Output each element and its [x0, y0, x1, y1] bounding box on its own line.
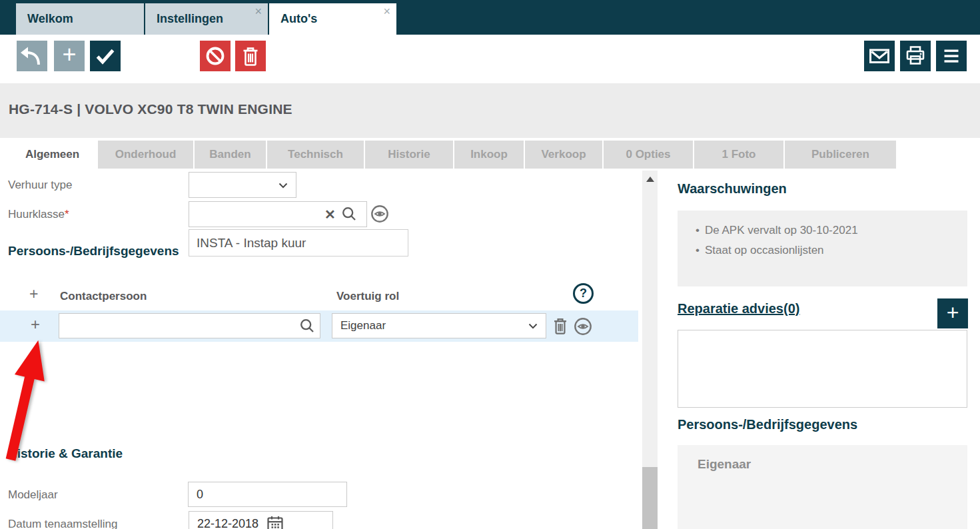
waarschuwingen-title: Waarschuwingen: [678, 181, 787, 197]
search-icon[interactable]: [299, 318, 315, 334]
confirm-button[interactable]: [90, 41, 121, 71]
warning-text: Staat op occasionlijsten: [705, 244, 824, 257]
tab-banden[interactable]: Banden: [195, 141, 266, 169]
close-icon[interactable]: ×: [254, 5, 262, 17]
hamburger-menu-icon: [939, 44, 963, 68]
trash-icon: [552, 316, 568, 335]
mail-icon: [867, 44, 891, 68]
plus-icon: +: [62, 43, 76, 67]
waarschuwingen-box: •De APK vervalt op 30-10-2021 •Staat op …: [678, 211, 967, 286]
sidebar-persoons-box: Eigenaar: [678, 445, 967, 529]
add-contact-header-button[interactable]: +: [29, 286, 38, 302]
bullet-icon: •: [696, 244, 700, 257]
help-icon[interactable]: ?: [573, 283, 594, 304]
tab-algemeen[interactable]: Algemeen: [8, 141, 97, 169]
verhuur-type-select[interactable]: [189, 172, 296, 198]
datum-tenaamstelling-field[interactable]: 22-12-2018: [189, 511, 333, 529]
required-marker: *: [65, 208, 69, 221]
window-tab-autos[interactable]: Auto's ×: [269, 3, 396, 35]
reparatie-advies-list: [678, 330, 967, 408]
chevron-down-icon: [278, 183, 288, 189]
huurklasse-label-text: Huurklasse: [8, 208, 65, 221]
check-icon: [93, 44, 117, 68]
delete-button[interactable]: [235, 41, 266, 71]
voertuig-rol-header: Voertuig rol: [336, 290, 399, 303]
delete-contact-button[interactable]: [552, 315, 569, 336]
menu-button[interactable]: [936, 41, 967, 71]
close-icon[interactable]: ×: [383, 5, 390, 17]
email-button[interactable]: [864, 41, 895, 71]
add-button[interactable]: +: [54, 41, 85, 71]
datum-tenaamstelling-label: Datum tenaamstelling: [8, 518, 117, 529]
calendar-icon[interactable]: [266, 515, 284, 529]
clear-icon[interactable]: ✕: [324, 208, 336, 221]
tab-opties[interactable]: 0 Opties: [604, 141, 693, 169]
warning-item: •Staat op occasionlijsten: [696, 241, 961, 261]
sidebar-persoons-title: Persoons-/Bedrijfsgegevens: [678, 417, 857, 432]
tab-inkoop[interactable]: Inkoop: [454, 141, 524, 169]
eye-icon: [370, 205, 389, 223]
huurklasse-view-button[interactable]: [370, 204, 390, 224]
annotation-arrow: [0, 332, 60, 465]
warning-text: De APK vervalt op 30-10-2021: [705, 224, 858, 237]
window-tab-instellingen[interactable]: Instellingen ×: [145, 3, 268, 35]
huurklasse-search-field: [189, 201, 367, 227]
tab-onderhoud[interactable]: Onderhoud: [98, 141, 193, 169]
reparatie-advies-link[interactable]: Reparatie advies(0): [678, 301, 799, 316]
cancel-button[interactable]: [200, 41, 231, 71]
huurklasse-input[interactable]: [189, 202, 366, 227]
page-title: HG-714-S | VOLVO XC90 T8 TWIN ENGINE: [9, 101, 292, 117]
app-window: Welkom Instellingen × Auto's × +: [0, 0, 980, 529]
search-icon[interactable]: [341, 206, 357, 222]
bullet-icon: •: [696, 224, 700, 237]
window-tab-label: Auto's: [280, 12, 317, 26]
undo-button[interactable]: [17, 41, 47, 71]
huurklasse-suggestion-item[interactable]: INSTA - Instap kuur: [189, 229, 408, 257]
contactpersoon-header: Contactpersoon: [60, 290, 147, 303]
undo-icon: [20, 44, 44, 68]
add-reparatie-advies-button[interactable]: +: [937, 298, 968, 328]
plus-icon: +: [947, 302, 959, 323]
tab-foto[interactable]: 1 Foto: [694, 141, 783, 169]
tab-technisch[interactable]: Technisch: [267, 141, 364, 169]
tab-historie[interactable]: Historie: [365, 141, 453, 169]
tab-publiceren[interactable]: Publiceren: [785, 141, 896, 169]
window-tab-label: Instellingen: [157, 12, 223, 26]
datum-tenaamstelling-value: 22-12-2018: [189, 517, 258, 529]
modeljaar-label: Modeljaar: [8, 488, 58, 502]
verhuur-type-label: Verhuur type: [8, 179, 72, 192]
voertuig-rol-value: Eigenaar: [332, 319, 386, 332]
voertuig-rol-select[interactable]: Eigenaar: [332, 313, 546, 338]
persoons-section-title: Persoons-/Bedrijfsgegevens: [8, 244, 179, 259]
scrollbar-up-arrow[interactable]: [646, 177, 654, 182]
sidebar-eigenaar-label: Eigenaar: [698, 457, 751, 472]
view-contact-button[interactable]: [573, 316, 593, 336]
add-contact-row-button[interactable]: +: [31, 316, 40, 332]
huurklasse-label: Huurklasse*: [8, 208, 69, 221]
warning-item: •De APK vervalt op 30-10-2021: [696, 221, 961, 241]
chevron-down-icon: [528, 323, 538, 329]
vehicle-title-bar: HG-714-S | VOLVO XC90 T8 TWIN ENGINE: [0, 83, 980, 138]
window-tab-bar: Welkom Instellingen × Auto's ×: [0, 0, 980, 35]
prohibited-icon: [203, 44, 227, 68]
tab-verkoop[interactable]: Verkoop: [525, 141, 602, 169]
window-tab-welkom[interactable]: Welkom: [16, 3, 144, 35]
eye-icon: [574, 317, 592, 336]
toolbar: +: [0, 35, 980, 83]
scrollbar-thumb[interactable]: [642, 467, 658, 529]
window-tab-label: Welkom: [27, 12, 73, 26]
modeljaar-input[interactable]: [188, 482, 347, 507]
contactpersoon-search-field: [59, 313, 320, 338]
trash-icon: [241, 45, 260, 67]
contactpersoon-input[interactable]: [59, 314, 320, 338]
printer-icon: [903, 44, 927, 68]
print-button[interactable]: [900, 41, 931, 71]
